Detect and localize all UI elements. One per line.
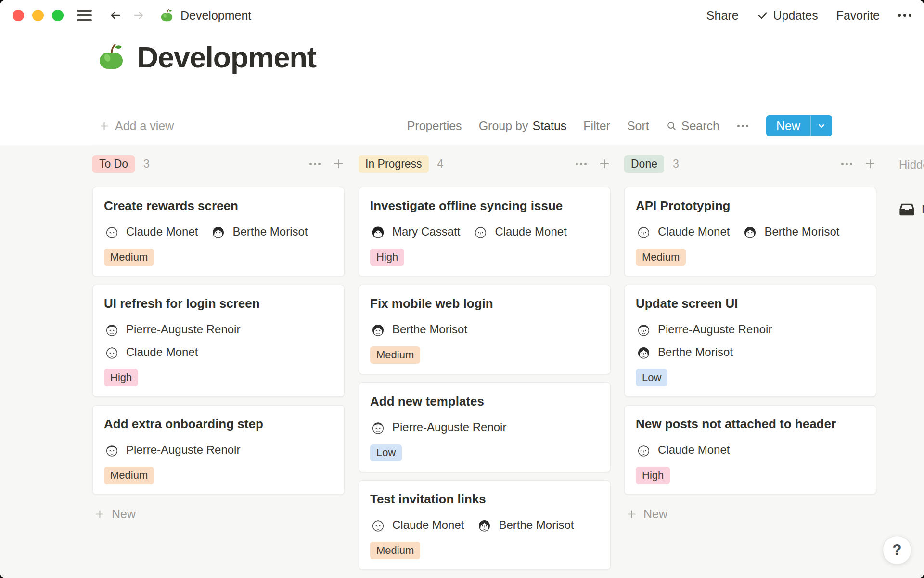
card[interactable]: UI refresh for login screen Pierre-Augus…	[92, 285, 345, 397]
card-assignees: Claude Monet Berthe Morisot	[636, 223, 865, 240]
priority-badge: Low	[636, 369, 667, 386]
new-card-button[interactable]: New	[624, 507, 876, 521]
close-window-button[interactable]	[13, 10, 24, 21]
column-header: Done 3	[624, 154, 876, 173]
more-icon[interactable]	[309, 163, 321, 165]
column-header: To Do 3	[92, 154, 345, 173]
card[interactable]: Add new templates Pierre-Auguste Renoir …	[359, 382, 611, 472]
card-title: Create rewards screen	[104, 197, 333, 214]
apple-icon[interactable]	[96, 42, 127, 73]
properties-button[interactable]: Properties	[407, 119, 462, 133]
assignee: Claude Monet	[370, 516, 464, 534]
card-title: Fix mobile web login	[370, 295, 599, 312]
assignee-name: Pierre-Auguste Renoir	[392, 420, 506, 434]
plus-icon	[94, 509, 105, 520]
status-badge: Done	[624, 155, 664, 173]
forward-arrow-icon[interactable]	[130, 7, 147, 24]
assignee: Pierre-Auguste Renoir	[104, 321, 240, 338]
more-icon[interactable]	[841, 163, 852, 165]
card-assignees: Mary Cassatt Claude Monet	[370, 223, 599, 240]
card[interactable]: Investigate offline syncing issue Mary C…	[359, 187, 611, 276]
card[interactable]: API Prototyping Claude Monet Berthe Mori…	[624, 187, 876, 276]
card[interactable]: Add extra onboarding step Pierre-Auguste…	[92, 405, 345, 495]
assignee: Berthe Morisot	[370, 321, 467, 338]
assignee-name: Claude Monet	[392, 518, 464, 532]
more-icon[interactable]	[898, 14, 911, 17]
search-icon	[666, 120, 677, 131]
man-hair-avatar	[104, 322, 120, 338]
group-by-value: Status	[532, 119, 566, 133]
breadcrumb[interactable]: Development	[159, 8, 251, 23]
add-view-button[interactable]: Add a view	[99, 119, 174, 133]
help-button[interactable]: ?	[883, 536, 911, 565]
share-button[interactable]: Share	[706, 9, 739, 23]
filter-button[interactable]: Filter	[583, 119, 610, 133]
sort-button[interactable]: Sort	[627, 119, 649, 133]
man-bald-avatar	[473, 224, 488, 240]
column-in-progress: In Progress 4 Investigate offline syncin…	[359, 154, 611, 578]
apple-icon	[159, 8, 174, 23]
priority-badge: High	[370, 249, 404, 266]
favorite-button[interactable]: Favorite	[836, 9, 880, 23]
zoom-window-button[interactable]	[52, 10, 64, 21]
group-by-button[interactable]: Group by Status	[479, 119, 567, 133]
assignee-name: Berthe Morisot	[499, 518, 574, 532]
assignee-name: Mary Cassatt	[392, 225, 460, 238]
card-title: API Prototyping	[636, 197, 865, 214]
assignee-name: Claude Monet	[658, 225, 730, 238]
card-assignees: Berthe Morisot	[370, 321, 599, 338]
plus-icon[interactable]	[864, 158, 876, 170]
priority-badge: Medium	[370, 542, 420, 559]
card[interactable]: Create rewards screen Claude Monet Berth…	[92, 187, 345, 276]
assignee-name: Pierre-Auguste Renoir	[126, 323, 240, 336]
hidden-group-no-status[interactable]: No Status	[899, 201, 924, 217]
more-icon[interactable]	[576, 163, 587, 165]
search-button[interactable]: Search	[666, 119, 719, 133]
kanban-board: To Do 3 Create rewards screen Claude Mon…	[0, 145, 924, 578]
woman-bob-avatar	[742, 224, 758, 240]
card-assignees: Claude Monet	[636, 441, 865, 459]
traffic-lights	[13, 10, 64, 21]
minimize-window-button[interactable]	[32, 10, 44, 21]
hamburger-icon[interactable]	[77, 10, 92, 21]
card[interactable]: Fix mobile web login Berthe Morisot Medi…	[359, 285, 611, 374]
assignee-name: Claude Monet	[658, 443, 730, 457]
card[interactable]: Update screen UI Pierre-Auguste Renoir B…	[624, 285, 876, 397]
more-icon[interactable]	[736, 125, 749, 127]
card[interactable]: Test invitation links Claude Monet Berth…	[359, 480, 611, 570]
assignee-name: Pierre-Auguste Renoir	[658, 323, 772, 336]
priority-badge: Medium	[636, 249, 686, 266]
assignee-name: Berthe Morisot	[232, 225, 308, 238]
assignee-name: Claude Monet	[495, 225, 566, 238]
card-title: Test invitation links	[370, 491, 599, 507]
card-title: Update screen UI	[636, 295, 865, 312]
new-button-dropdown[interactable]	[810, 115, 832, 136]
assignee: Claude Monet	[104, 343, 198, 361]
new-button[interactable]: New	[766, 115, 810, 136]
card-title: Add extra onboarding step	[104, 416, 333, 432]
plus-icon[interactable]	[332, 158, 345, 170]
status-badge: In Progress	[359, 155, 429, 173]
check-icon	[757, 10, 769, 21]
updates-button[interactable]: Updates	[757, 9, 818, 23]
woman-bob-avatar	[370, 322, 386, 338]
assignee-name: Claude Monet	[126, 345, 198, 359]
back-arrow-icon[interactable]	[107, 7, 124, 24]
plus-icon[interactable]	[598, 158, 611, 170]
chevron-down-icon	[817, 121, 826, 131]
view-toolbar: Add a view Properties Group by Status Fi…	[99, 115, 832, 137]
card-assignees: Claude Monet Berthe Morisot	[104, 223, 333, 240]
plus-icon	[626, 509, 637, 520]
priority-badge: High	[104, 369, 138, 386]
woman-bob-avatar	[210, 224, 226, 240]
card[interactable]: New posts not attached to header Claude …	[624, 405, 876, 495]
new-card-button[interactable]: New	[92, 507, 345, 521]
assignee-name: Berthe Morisot	[658, 345, 733, 359]
hidden-columns-label[interactable]: Hidden columns	[899, 158, 924, 171]
page-header: Development	[96, 40, 316, 74]
priority-badge: High	[636, 467, 670, 484]
assignee-name: Berthe Morisot	[764, 225, 839, 238]
card-count: 4	[437, 158, 444, 171]
status-badge: To Do	[92, 155, 135, 173]
assignee: Pierre-Auguste Renoir	[636, 321, 772, 338]
